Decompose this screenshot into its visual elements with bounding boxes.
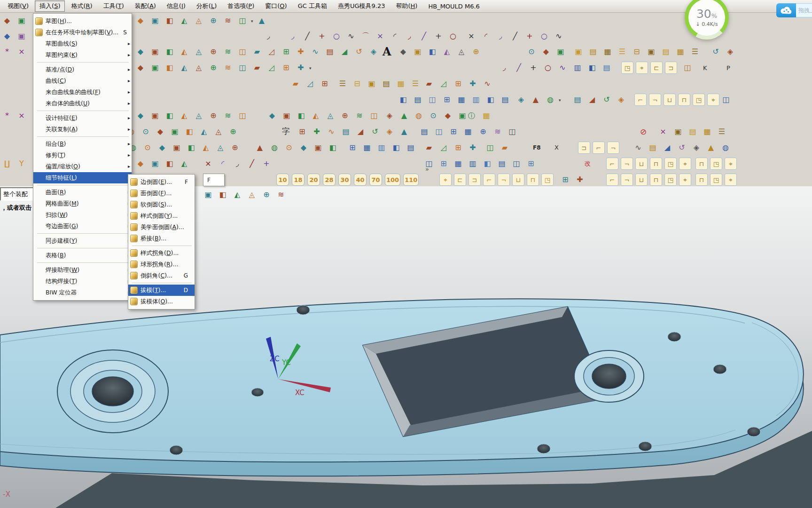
tool-icon[interactable]: ⊏	[454, 174, 466, 186]
tool-icon[interactable]: ╱	[418, 30, 430, 42]
tool-icon[interactable]: ∿	[309, 46, 321, 58]
tool-icon[interactable]: ◜	[217, 158, 229, 170]
menu-item[interactable]: 偏置/缩放(O)▸	[33, 161, 132, 172]
tool-icon[interactable]: ≋	[222, 15, 234, 27]
tool-icon[interactable]: ⊕	[339, 110, 351, 122]
tool-icon[interactable]: ▥	[571, 62, 584, 74]
tool-icon[interactable]: ↺	[710, 46, 722, 58]
tool-icon[interactable]: ☰	[689, 46, 701, 58]
size-preset-button[interactable]: 20	[307, 174, 320, 186]
tool-icon[interactable]: ◆	[134, 110, 147, 122]
tool-icon[interactable]: ⌖	[679, 158, 691, 170]
tool-icon[interactable]: ◭	[178, 46, 190, 58]
menu-item[interactable]: 细节特征(L)▸	[33, 172, 132, 183]
tool-icon[interactable]: ◢	[338, 46, 351, 58]
tool-icon[interactable]: ◫	[236, 46, 249, 58]
menu-item[interactable]: 扫掠(W)▸	[33, 209, 132, 221]
tool-icon[interactable]: ⊞	[280, 46, 292, 58]
menubar-item[interactable]: 燕秀UG模具9.23	[333, 0, 390, 12]
menubar-item[interactable]: 帮助(H)	[391, 0, 422, 12]
tool-icon[interactable]: ◭	[310, 110, 322, 122]
tool-icon[interactable]: ◞	[498, 62, 510, 74]
tool-icon[interactable]: ◳	[710, 158, 722, 170]
tool-icon[interactable]: ⊕	[470, 46, 482, 58]
tool-icon[interactable]: ▲	[254, 142, 266, 154]
menu-item[interactable]: 倒斜角(C)...G	[128, 270, 195, 281]
menubar-item[interactable]: HB_MOULD M6.6	[423, 1, 484, 11]
tool-icon[interactable]: ◧	[217, 189, 229, 201]
tool-icon[interactable]: ◧	[183, 126, 195, 138]
tool-icon[interactable]: ∿	[632, 142, 644, 154]
tool-icon[interactable]: ▤	[647, 142, 659, 154]
tool-icon[interactable]: Y	[16, 158, 28, 170]
tool-icon[interactable]: ≋	[353, 110, 366, 122]
tool-icon[interactable]: ◆	[134, 15, 147, 27]
tool-icon[interactable]: ×	[16, 110, 28, 122]
menu-item[interactable]: 草图曲线(S)▸	[33, 38, 132, 49]
tool-icon[interactable]: ⊙	[427, 110, 439, 122]
tool-icon[interactable]: ▣	[149, 62, 161, 74]
tool-icon[interactable]: ▰	[423, 78, 435, 90]
tool-icon[interactable]: ╱	[513, 62, 525, 74]
tool-icon[interactable]: ×	[16, 46, 28, 58]
size-preset-button[interactable]: 10	[276, 174, 289, 186]
menu-item[interactable]: 基准/点(D)▸	[33, 64, 132, 75]
menu-item[interactable]: 草图(H)...	[33, 16, 132, 27]
menubar-item[interactable]: 信息(I)	[162, 0, 190, 12]
menu-item[interactable]: 曲面(R)▸	[33, 187, 132, 198]
menubar-item[interactable]: GC 工具箱	[293, 0, 332, 12]
size-preset-button[interactable]: 70	[369, 174, 382, 186]
tool-icon[interactable]: ▣	[366, 78, 378, 90]
tool-icon[interactable]: ▦	[480, 110, 492, 122]
tool-icon[interactable]: ◢	[586, 94, 598, 106]
tool-icon[interactable]: ▣	[202, 189, 214, 201]
tool-icon[interactable]: ◭	[200, 142, 212, 154]
tool-icon[interactable]: ⊔	[635, 174, 648, 186]
tool-icon[interactable]: ◞	[494, 30, 507, 42]
tool-icon[interactable]: ∿	[553, 30, 565, 42]
tool-icon[interactable]: ▣	[554, 46, 567, 58]
tool-icon[interactable]: ▲	[398, 110, 410, 122]
tool-icon[interactable]: ▣	[149, 158, 161, 170]
tool-icon[interactable]: ⊙	[141, 142, 154, 154]
tool-icon[interactable]: ◳	[664, 174, 677, 186]
menu-item[interactable]: 关联复制(A)▸	[33, 124, 132, 135]
tool-icon[interactable]: ▣	[572, 46, 585, 58]
menubar-item[interactable]: 首选项(P)	[223, 0, 259, 12]
tool-icon[interactable]: ∿	[556, 62, 569, 74]
tool-icon[interactable]: ▤	[601, 62, 613, 74]
tool-icon[interactable]: ⊟	[631, 46, 643, 58]
tool-icon[interactable]: ⊕	[229, 142, 241, 154]
tool-icon[interactable]: ⊕	[227, 126, 239, 138]
tool-icon[interactable]: ⌖	[636, 62, 648, 74]
tool-icon[interactable]: ⊐	[578, 142, 590, 154]
size-preset-button[interactable]: 100	[385, 174, 400, 186]
tool-icon[interactable]: ◢	[661, 142, 673, 154]
tool-icon[interactable]: ▤	[418, 126, 430, 138]
tool-icon[interactable]: ↺	[369, 126, 381, 138]
tool-icon[interactable]: ▦	[462, 126, 474, 138]
tool-icon[interactable]: ▣	[149, 110, 161, 122]
tool-icon[interactable]: ⊓	[695, 158, 708, 170]
tool-icon[interactable]: ◬	[455, 46, 468, 58]
tool-icon[interactable]: ¬	[607, 142, 619, 154]
tool-icon[interactable]: ◍	[268, 142, 281, 154]
menu-item[interactable]: 面倒圆(F)...	[128, 188, 195, 199]
tool-icon[interactable]: ◫	[433, 126, 445, 138]
tool-icon[interactable]: ☰	[336, 78, 349, 90]
tool-icon[interactable]: ◆	[297, 142, 310, 154]
tool-icon[interactable]: ▤	[412, 94, 424, 106]
menu-item[interactable]: BIW 定位器▸	[33, 287, 132, 298]
tool-icon[interactable]: ⊏	[650, 62, 663, 74]
size-preset-button[interactable]: 40	[354, 174, 367, 186]
tool-icon[interactable]: ▣	[412, 46, 424, 58]
menu-item[interactable]: 来自体的曲线(U)▸	[33, 98, 132, 109]
tool-icon[interactable]: ⌖	[725, 174, 737, 186]
download-speed-widget[interactable]: 30% ↓ 0.4K/s	[685, 0, 729, 40]
menu-item[interactable]: 焊接助理(W)▸	[33, 264, 132, 276]
tool-icon[interactable]: *	[1, 110, 13, 122]
menubar-item[interactable]: 分析(L)	[192, 0, 221, 12]
tool-icon[interactable]: ◳	[710, 174, 722, 186]
tool-icon[interactable]: ◧	[185, 142, 197, 154]
tool-icon[interactable]: ▤	[380, 78, 392, 90]
